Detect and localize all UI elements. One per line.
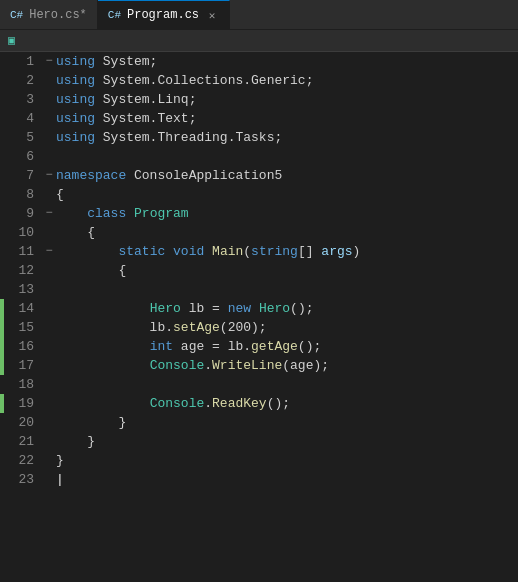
code-row-1: 1−using System; [0,52,518,71]
code-row-18: 18 [0,375,518,394]
code-text-3[interactable]: using System.Linq; [56,90,518,109]
code-row-22: 22} [0,451,518,470]
code-text-20[interactable]: } [56,413,518,432]
line-num-19: 19 [4,394,42,413]
line-num-18: 18 [4,375,42,394]
line-num-15: 15 [4,318,42,337]
code-text-1[interactable]: using System; [56,52,518,71]
code-row-11: 11− static void Main(string[] args) [0,242,518,261]
expand-col-6 [42,147,56,166]
tab-bar: C# Hero.cs* C# Program.cs ✕ [0,0,518,30]
code-text-21[interactable]: } [56,432,518,451]
line-num-6: 6 [4,147,42,166]
code-text-14[interactable]: Hero lb = new Hero(); [56,299,518,318]
code-row-2: 2using System.Collections.Generic; [0,71,518,90]
code-text-4[interactable]: using System.Text; [56,109,518,128]
line-num-9: 9 [4,204,42,223]
line-num-1: 1 [4,52,42,71]
line-num-13: 13 [4,280,42,299]
expand-col-7[interactable]: − [42,166,56,185]
expand-col-12 [42,261,56,280]
expand-col-17 [42,356,56,375]
code-text-6[interactable] [56,147,518,166]
code-row-10: 10 { [0,223,518,242]
expand-col-16 [42,337,56,356]
code-row-8: 8{ [0,185,518,204]
line-num-17: 17 [4,356,42,375]
code-text-2[interactable]: using System.Collections.Generic; [56,71,518,90]
line-num-20: 20 [4,413,42,432]
code-row-12: 12 { [0,261,518,280]
expand-col-4 [42,109,56,128]
code-text-19[interactable]: Console.ReadKey(); [56,394,518,413]
expand-col-13 [42,280,56,299]
expand-col-22 [42,451,56,470]
expand-col-5 [42,128,56,147]
expand-col-23 [42,470,56,489]
line-num-2: 2 [4,71,42,90]
expand-col-18 [42,375,56,394]
editor-container: C# Hero.cs* C# Program.cs ✕ ▣ 1−using Sy… [0,0,518,582]
code-text-5[interactable]: using System.Threading.Tasks; [56,128,518,147]
code-row-4: 4using System.Text; [0,109,518,128]
code-row-14: 14 Hero lb = new Hero(); [0,299,518,318]
line-num-8: 8 [4,185,42,204]
code-row-20: 20 } [0,413,518,432]
program-tab-label: Program.cs [127,8,199,22]
line-num-5: 5 [4,128,42,147]
tab-hero[interactable]: C# Hero.cs* [0,0,98,29]
line-num-11: 11 [4,242,42,261]
namespace-icon: ▣ [8,33,15,48]
code-area[interactable]: 1−using System;2using System.Collections… [0,52,518,582]
code-text-16[interactable]: int age = lb.getAge(); [56,337,518,356]
expand-col-11[interactable]: − [42,242,56,261]
code-row-21: 21 } [0,432,518,451]
code-row-7: 7−namespace ConsoleApplication5 [0,166,518,185]
expand-col-14 [42,299,56,318]
code-text-8[interactable]: { [56,185,518,204]
line-num-21: 21 [4,432,42,451]
tab-program[interactable]: C# Program.cs ✕ [98,0,230,29]
code-text-9[interactable]: class Program [56,204,518,223]
line-num-12: 12 [4,261,42,280]
code-row-17: 17 Console.WriteLine(age); [0,356,518,375]
expand-col-9[interactable]: − [42,204,56,223]
code-text-15[interactable]: lb.setAge(200); [56,318,518,337]
code-row-15: 15 lb.setAge(200); [0,318,518,337]
code-row-3: 3using System.Linq; [0,90,518,109]
expand-col-19 [42,394,56,413]
expand-col-1[interactable]: − [42,52,56,71]
code-text-13[interactable] [56,280,518,299]
program-tab-close[interactable]: ✕ [205,8,219,22]
line-num-16: 16 [4,337,42,356]
code-text-12[interactable]: { [56,261,518,280]
code-text-11[interactable]: static void Main(string[] args) [56,242,518,261]
line-num-7: 7 [4,166,42,185]
code-text-7[interactable]: namespace ConsoleApplication5 [56,166,518,185]
line-num-4: 4 [4,109,42,128]
code-text-17[interactable]: Console.WriteLine(age); [56,356,518,375]
code-text-22[interactable]: } [56,451,518,470]
expand-col-20 [42,413,56,432]
expand-col-3 [42,90,56,109]
code-row-19: 19 Console.ReadKey(); [0,394,518,413]
expand-col-2 [42,71,56,90]
expand-col-8 [42,185,56,204]
expand-col-21 [42,432,56,451]
code-row-16: 16 int age = lb.getAge(); [0,337,518,356]
line-num-23: 23 [4,470,42,489]
code-text-23[interactable]: | [56,470,518,489]
line-num-14: 14 [4,299,42,318]
hero-tab-icon: C# [10,9,23,21]
line-num-22: 22 [4,451,42,470]
code-text-18[interactable] [56,375,518,394]
code-row-6: 6 [0,147,518,166]
code-text-10[interactable]: { [56,223,518,242]
expand-col-15 [42,318,56,337]
code-row-5: 5using System.Threading.Tasks; [0,128,518,147]
breadcrumb: ▣ [0,30,518,52]
expand-col-10 [42,223,56,242]
hero-tab-label: Hero.cs* [29,8,87,22]
line-num-10: 10 [4,223,42,242]
code-row-23: 23| [0,470,518,489]
